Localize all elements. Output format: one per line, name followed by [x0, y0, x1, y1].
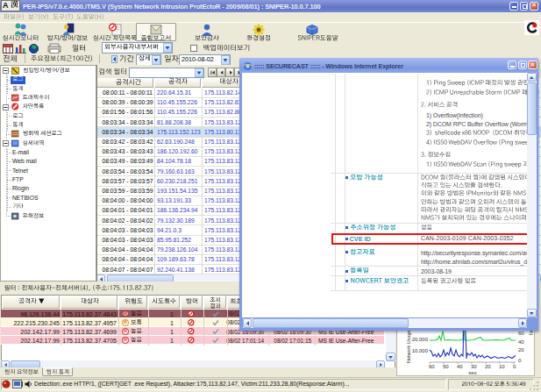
svg-text:sec: sec — [468, 370, 476, 375]
svg-text:0: 0 — [513, 364, 516, 369]
svg-text:60: 60 — [518, 331, 524, 336]
svg-text:50: 50 — [443, 364, 449, 369]
svg-text:10: 10 — [499, 364, 505, 369]
svg-text:20: 20 — [485, 364, 491, 369]
svg-text:20: 20 — [518, 347, 524, 353]
svg-text:0: 0 — [518, 358, 522, 363]
svg-text:30: 30 — [471, 364, 477, 369]
svg-text:20,000: 20,000 — [412, 337, 429, 342]
svg-text:10,000: 10,000 — [412, 348, 429, 353]
svg-text:40: 40 — [457, 364, 463, 369]
svg-text:40: 40 — [518, 339, 524, 345]
svg-text:60: 60 — [429, 364, 435, 369]
